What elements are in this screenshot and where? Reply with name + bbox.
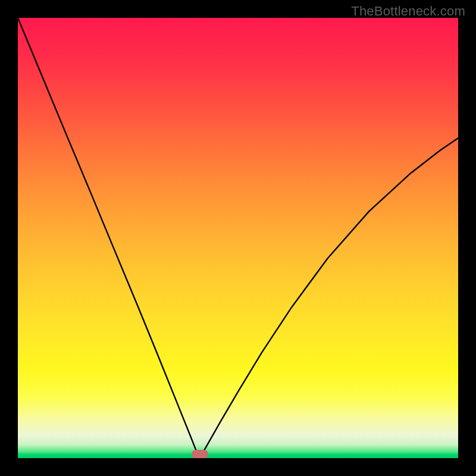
curve-right-branch [200, 138, 458, 458]
curve-left-branch [18, 18, 200, 458]
watermark-label: TheBottleneck.com [351, 4, 465, 19]
bottleneck-curve [18, 18, 458, 458]
chart-frame: TheBottleneck.com [0, 0, 476, 476]
plot-area [18, 18, 458, 458]
minimum-marker [192, 450, 208, 458]
